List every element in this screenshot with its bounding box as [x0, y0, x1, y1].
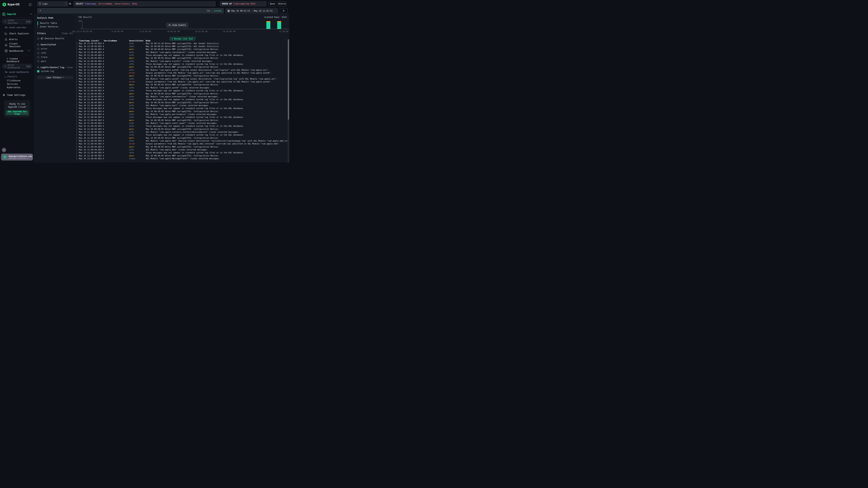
expand-row-chevron-icon[interactable]	[75, 119, 79, 122]
mode-toggle-lucene[interactable]: Lucene	[214, 9, 221, 12]
expand-row-chevron-icon[interactable]	[75, 48, 79, 51]
expand-row-chevron-icon[interactable]	[75, 90, 79, 92]
expand-row-chevron-icon[interactable]	[75, 87, 79, 89]
filter-option-info[interactable]: info	[37, 52, 73, 54]
table-row[interactable]: May 16 11:38:40.683 AMinfoThose messages…	[75, 54, 287, 57]
column-header-body[interactable]: Body	[146, 40, 287, 42]
table-row[interactable]: May 16 11:38:40.683 AMinfoThose messages…	[75, 151, 287, 154]
table-row[interactable]: May 16 11:38:40.683 AMinfoASL Module "co…	[75, 113, 287, 116]
expand-row-chevron-icon[interactable]	[75, 84, 79, 86]
table-row[interactable]: May 16 11:38:40.683 AMwarnMay 16 00:30:0…	[75, 128, 287, 130]
table-row[interactable]: May 16 11:38:40.683 AMinfoASL Module "co…	[75, 95, 287, 98]
table-row[interactable]: May 16 11:38:40.683 AMwarnMay 16 00:30:0…	[75, 92, 287, 95]
sidebar-item-alerts[interactable]: Alerts	[2, 36, 32, 42]
sidebar-item-dashboards[interactable]: Dashboards	[2, 48, 32, 54]
expand-row-chevron-icon[interactable]	[75, 104, 79, 107]
expand-row-chevron-icon[interactable]	[75, 95, 79, 98]
view-events-button[interactable]: View Events	[166, 23, 188, 28]
expand-row-chevron-icon[interactable]	[75, 131, 79, 133]
table-row[interactable]: May 16 11:38:40.683 AMinfoASL Module "co…	[75, 130, 287, 133]
table-row[interactable]: May 16 11:38:40.683 AMinfoThose messages…	[75, 134, 287, 136]
expand-row-chevron-icon[interactable]	[75, 63, 79, 65]
get-started-button[interactable]: Get Started for Free	[6, 110, 29, 115]
expand-row-chevron-icon[interactable]	[75, 66, 79, 68]
order-by-input[interactable]: ORDER BY TimestampTime DESC	[220, 1, 267, 6]
column-resize-handle-icon[interactable]: ⋮	[102, 39, 104, 41]
expand-row-chevron-icon[interactable]	[75, 107, 79, 109]
table-row[interactable]: May 16 11:38:40.683 AMinfoASL Module "co…	[75, 122, 287, 125]
filter-group-logattributes[interactable]: LogAttributes['log.file.nam	[40, 66, 66, 69]
sidebar-item-chart-explorer[interactable]: Chart Explorer	[2, 31, 32, 36]
table-row[interactable]: May 16 11:38:40.683 AMinfoThose messages…	[75, 116, 287, 119]
expand-row-chevron-icon[interactable]	[75, 45, 79, 47]
help-button[interactable]: ?	[2, 148, 6, 152]
mode-results-table[interactable]: Results Table	[40, 21, 73, 25]
expand-row-chevron-icon[interactable]	[75, 60, 79, 62]
table-row[interactable]: May 16 11:38:40.683 AMinfoASL Module "co…	[75, 86, 287, 89]
expand-row-chevron-icon[interactable]	[75, 134, 79, 136]
table-row[interactable]: May 16 11:38:40.683 AMinfoASL Module "co…	[75, 139, 287, 142]
table-row[interactable]: May 16 11:38:40.683 AMwarnMay 16 00:30:0…	[75, 57, 287, 60]
column-resize-handle-icon[interactable]: ⋮	[144, 39, 146, 41]
expand-row-chevron-icon[interactable]	[75, 75, 79, 77]
denoise-checkbox[interactable]	[37, 37, 39, 40]
run-query-button[interactable]	[280, 8, 287, 13]
expand-row-chevron-icon[interactable]	[75, 137, 79, 139]
column-header-severitytext[interactable]: SeverityText	[129, 40, 146, 42]
sidebar-item-client-sessions[interactable]: Client Sessions	[2, 42, 32, 48]
expand-row-chevron-icon[interactable]	[75, 93, 79, 95]
denoise-label[interactable]: Denoise Results	[45, 37, 64, 40]
expand-row-chevron-icon[interactable]	[75, 157, 79, 160]
table-row[interactable]: May 16 11:38:40.683 AMinfoASL Module "co…	[75, 60, 287, 63]
table-row[interactable]: May 16 11:38:40.683 AMwarnMay 16 00:30:0…	[75, 48, 287, 51]
table-row[interactable]: May 16 11:38:40.683 AMtraceASL Module "c…	[75, 157, 287, 160]
table-row[interactable]: May 16 11:38:40.683 AMerrorOutput parame…	[75, 80, 287, 83]
column-header-servicename[interactable]: ServiceName	[104, 40, 129, 42]
table-row[interactable]: May 16 11:38:40.683 AMinfoMay 16 00:21:1…	[75, 42, 287, 45]
save-button[interactable]: Save	[268, 1, 276, 6]
table-options-kebab-icon[interactable]: ⋮	[283, 39, 285, 41]
table-row[interactable]: May 16 11:38:40.683 AMwarnMay 16 00:30:0…	[75, 145, 287, 148]
mode-event-patterns[interactable]: Event Patterns	[40, 25, 73, 29]
expand-row-chevron-icon[interactable]	[75, 116, 79, 119]
filter-option-system-log[interactable]: ✓ system.log	[37, 70, 73, 72]
expand-row-chevron-icon[interactable]	[75, 113, 79, 116]
horizontal-scrollbar-track[interactable]	[75, 162, 287, 163]
sidebar-item-team-settings[interactable]: Team Settings	[2, 92, 32, 98]
filter-option-trace[interactable]: trace	[37, 56, 73, 58]
expand-row-chevron-icon[interactable]	[75, 51, 79, 54]
user-menu[interactable]: D demos@clickhouse.com demos@clickhouse.…	[1, 154, 33, 161]
table-row[interactable]: May 16 11:38:40.683 AMinfoASL Module "co…	[75, 104, 287, 107]
preset-item-kubernetes[interactable]: Kubernetes	[2, 86, 32, 89]
expand-row-chevron-icon[interactable]	[75, 72, 79, 74]
select-columns-input[interactable]: SELECT Timestamp , ServiceName , Severit…	[74, 1, 216, 6]
create-dashboard-button[interactable]: + Create Dashboard	[2, 57, 32, 63]
expand-row-chevron-icon[interactable]	[75, 142, 79, 145]
table-row[interactable]: May 16 11:38:40.683 AMinfoASL Module "co…	[75, 77, 287, 80]
table-row[interactable]: May 16 11:38:40.683 AMinfoASL Module "co…	[75, 51, 287, 54]
table-row[interactable]: May 16 11:38:40.683 AMwarnMay 16 00:30:0…	[75, 74, 287, 77]
column-header-timestamp[interactable]: Timestamp (Local)	[79, 40, 104, 42]
expand-row-chevron-icon[interactable]	[75, 80, 79, 83]
table-row[interactable]: May 16 11:38:40.683 AMinfoASL Module "co…	[75, 148, 287, 151]
clear-all-link[interactable]: Clear all	[62, 32, 73, 35]
table-row[interactable]: May 16 11:38:40.683 AMinfoThose messages…	[75, 89, 287, 92]
expand-row-chevron-icon[interactable]	[75, 146, 79, 148]
checkbox-checked[interactable]: ✓	[37, 70, 39, 72]
preset-item-services[interactable]: Services	[2, 82, 32, 86]
search-query-input[interactable]: * SQL | Lucene	[37, 8, 224, 13]
expand-row-chevron-icon[interactable]	[75, 122, 79, 124]
expand-row-chevron-icon[interactable]	[75, 57, 79, 59]
saved-searches-input[interactable]: Saved Searches ⌘ K	[2, 19, 32, 24]
filter-option-warn[interactable]: warn	[37, 60, 73, 63]
table-row[interactable]: May 16 11:38:40.683 AMinfoThose messages…	[75, 98, 287, 101]
table-row[interactable]: May 16 11:38:40.683 AMinfoThose messages…	[75, 63, 287, 65]
column-resize-handle-icon[interactable]: ⋮	[128, 39, 129, 41]
expand-row-chevron-icon[interactable]	[75, 98, 79, 101]
expand-row-chevron-icon[interactable]	[75, 42, 79, 45]
table-row[interactable]: May 16 11:38:40.683 AMwarnMay 16 00:30:0…	[75, 83, 287, 86]
expand-row-chevron-icon[interactable]	[75, 140, 79, 142]
expand-row-chevron-icon[interactable]	[75, 110, 79, 112]
expand-row-chevron-icon[interactable]	[75, 54, 79, 56]
filter-group-severitytext[interactable]: SeverityText	[40, 43, 73, 46]
